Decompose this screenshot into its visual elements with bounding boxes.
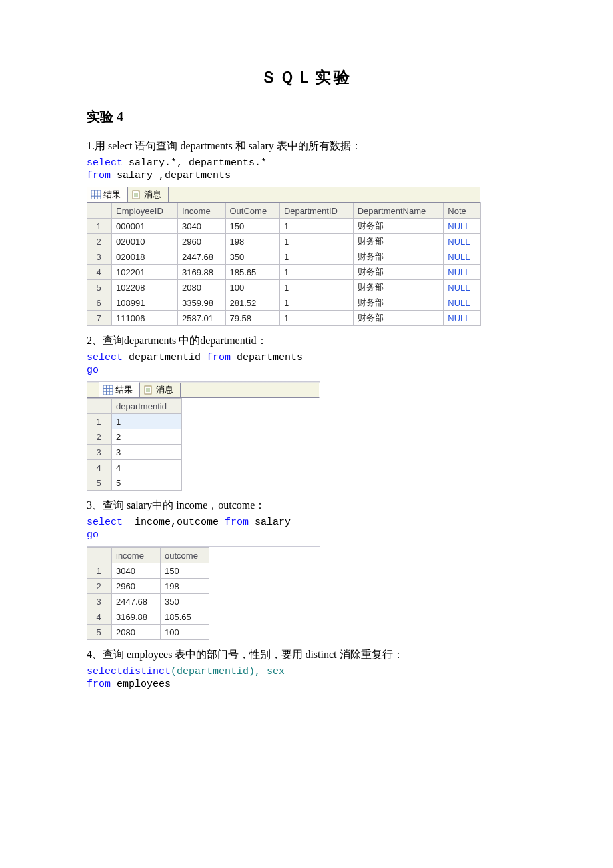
cell[interactable]: NULL: [444, 249, 481, 265]
cell[interactable]: 1: [279, 234, 353, 249]
cell[interactable]: 3169.88: [112, 609, 161, 625]
keyword-select: select: [87, 352, 123, 363]
cell[interactable]: NULL: [444, 311, 481, 326]
cell[interactable]: NULL: [444, 234, 481, 249]
cell[interactable]: 1: [279, 265, 353, 280]
rownum-cell[interactable]: 1: [87, 219, 112, 234]
cell[interactable]: 020018: [112, 249, 178, 265]
col-header[interactable]: departmentid: [112, 399, 182, 414]
col-header[interactable]: DepartmentName: [353, 203, 444, 219]
cell[interactable]: 1: [279, 280, 353, 295]
rownum-cell[interactable]: 5: [87, 475, 112, 491]
cell[interactable]: 3040: [112, 563, 161, 579]
cell[interactable]: 350: [225, 249, 279, 265]
cell[interactable]: 2960: [177, 234, 225, 249]
rownum-cell[interactable]: 6: [87, 295, 112, 311]
rownum-cell[interactable]: 4: [87, 460, 112, 475]
cell[interactable]: 185.65: [161, 609, 209, 625]
cell[interactable]: 198: [225, 234, 279, 249]
cell[interactable]: 020010: [112, 234, 178, 249]
cell[interactable]: 2: [112, 429, 182, 445]
q2-prompt: 2、查询departments 中的departmentid：: [87, 334, 526, 348]
q1-grid[interactable]: EmployeeID Income OutCome DepartmentID D…: [87, 203, 481, 326]
rownum-cell[interactable]: 3: [87, 249, 112, 265]
sql-text: departments: [231, 352, 303, 363]
cell[interactable]: 财务部: [353, 265, 444, 280]
rownum-cell[interactable]: 2: [87, 579, 112, 594]
rownum-cell[interactable]: 3: [87, 594, 112, 609]
q2-grid[interactable]: departmentid 1122334455: [87, 398, 182, 491]
cell[interactable]: 财务部: [353, 234, 444, 249]
table-row: 202001029601981财务部NULL: [87, 234, 481, 249]
col-header[interactable]: OutCome: [225, 203, 279, 219]
cell[interactable]: 3359.98: [177, 295, 225, 311]
cell[interactable]: NULL: [444, 265, 481, 280]
q3-grid[interactable]: income outcome 130401502296019832447.683…: [87, 547, 209, 640]
cell[interactable]: 财务部: [353, 219, 444, 234]
cell[interactable]: 2960: [112, 579, 161, 594]
document-icon: [132, 190, 141, 199]
cell[interactable]: 102208: [112, 280, 178, 295]
cell[interactable]: 150: [225, 219, 279, 234]
cell[interactable]: 财务部: [353, 295, 444, 311]
rownum-cell[interactable]: 2: [87, 234, 112, 249]
cell[interactable]: 1: [112, 414, 182, 429]
table-row: 11: [87, 414, 182, 429]
cell[interactable]: 2447.68: [177, 249, 225, 265]
cell[interactable]: 2080: [112, 625, 161, 640]
cell[interactable]: 000001: [112, 219, 178, 234]
rownum-cell[interactable]: 1: [87, 414, 112, 429]
cell[interactable]: 102201: [112, 265, 178, 280]
tab-results[interactable]: 结果: [87, 187, 128, 202]
col-header[interactable]: Income: [177, 203, 225, 219]
cell[interactable]: NULL: [444, 219, 481, 234]
cell[interactable]: 1: [279, 311, 353, 326]
cell[interactable]: 150: [161, 563, 209, 579]
cell[interactable]: 185.65: [225, 265, 279, 280]
rownum-cell[interactable]: 1: [87, 563, 112, 579]
table-row: 55: [87, 475, 182, 491]
cell[interactable]: 财务部: [353, 280, 444, 295]
cell[interactable]: 108991: [112, 295, 178, 311]
col-header[interactable]: outcome: [161, 548, 209, 563]
rownum-cell[interactable]: 4: [87, 265, 112, 280]
rownum-cell[interactable]: 7: [87, 311, 112, 326]
rownum-cell[interactable]: 3: [87, 445, 112, 460]
q3-result-panel: income outcome 130401502296019832447.683…: [87, 546, 320, 640]
tab-messages[interactable]: 消息: [140, 383, 181, 397]
rownum-cell[interactable]: 5: [87, 625, 112, 640]
cell[interactable]: 财务部: [353, 249, 444, 265]
cell[interactable]: 4: [112, 460, 182, 475]
cell[interactable]: 3169.88: [177, 265, 225, 280]
tab-messages[interactable]: 消息: [128, 187, 169, 202]
rownum-cell[interactable]: 2: [87, 429, 112, 445]
col-header[interactable]: EmployeeID: [112, 203, 178, 219]
cell[interactable]: 2080: [177, 280, 225, 295]
cell[interactable]: 5: [112, 475, 182, 491]
cell[interactable]: 100: [225, 280, 279, 295]
svg-rect-0: [91, 190, 101, 199]
cell[interactable]: 3: [112, 445, 182, 460]
rownum-cell[interactable]: 5: [87, 280, 112, 295]
rownum-cell[interactable]: 4: [87, 609, 112, 625]
col-header[interactable]: income: [112, 548, 161, 563]
tab-results[interactable]: 结果: [99, 382, 140, 397]
cell[interactable]: 350: [161, 594, 209, 609]
cell[interactable]: 100: [161, 625, 209, 640]
cell[interactable]: NULL: [444, 280, 481, 295]
col-header[interactable]: DepartmentID: [279, 203, 353, 219]
cell[interactable]: 111006: [112, 311, 178, 326]
cell[interactable]: 财务部: [353, 311, 444, 326]
cell[interactable]: 1: [279, 249, 353, 265]
cell[interactable]: 281.52: [225, 295, 279, 311]
tab-messages-label: 消息: [144, 189, 161, 201]
cell[interactable]: 2447.68: [112, 594, 161, 609]
cell[interactable]: 3040: [177, 219, 225, 234]
col-header[interactable]: Note: [444, 203, 481, 219]
cell[interactable]: 1: [279, 295, 353, 311]
cell[interactable]: 79.58: [225, 311, 279, 326]
cell[interactable]: 198: [161, 579, 209, 594]
cell[interactable]: 1: [279, 219, 353, 234]
cell[interactable]: 2587.01: [177, 311, 225, 326]
cell[interactable]: NULL: [444, 295, 481, 311]
